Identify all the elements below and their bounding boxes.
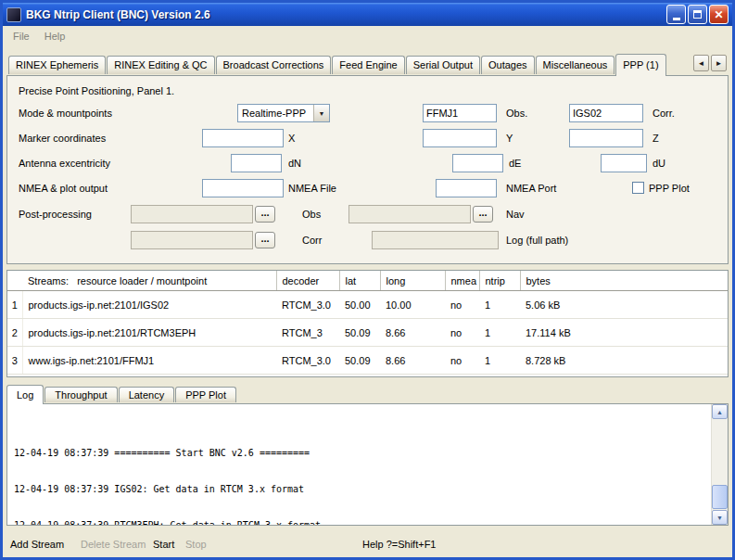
tab-latency[interactable]: Latency (119, 387, 175, 402)
main-tab-bar: RINEX Ephemeris RINEX Editing & QC Broad… (8, 51, 727, 75)
tab-throughput[interactable]: Throughput (44, 387, 117, 402)
row-number: 3 (7, 347, 22, 375)
col-header-long: long (380, 271, 445, 291)
tab-scroll-left-button[interactable]: ◄ (693, 55, 709, 71)
tab-log[interactable]: Log (6, 385, 44, 404)
minimize-button[interactable] (666, 5, 686, 24)
tab-feed-engine[interactable]: Feed Engine (332, 56, 404, 74)
nmea-port-input[interactable] (436, 179, 497, 197)
ppp-panel: Precise Point Positioning, Panel 1. Mode… (6, 75, 729, 264)
antenna-de-input[interactable] (452, 154, 503, 172)
tab-ppp-plot[interactable]: PPP Plot (175, 387, 236, 402)
cell-long: 8.66 (380, 347, 445, 375)
x-label: X (288, 133, 295, 144)
app-icon[interactable] (6, 7, 21, 22)
log-line: 12-04-19 08:37:39 ========== Start BNC v… (14, 447, 707, 459)
cell-nmea: no (445, 347, 479, 375)
scroll-up-icon[interactable]: ▲ (712, 404, 728, 419)
start-button[interactable]: Start (153, 539, 174, 550)
cell-long: 10.00 (380, 291, 445, 319)
cell-decoder: RTCM_3 (276, 319, 339, 347)
post-corr-browse-button[interactable]: ... (255, 232, 275, 248)
post-corr-label: Corr (302, 235, 322, 246)
add-stream-button[interactable]: Add Stream (10, 539, 64, 550)
corner-header (7, 271, 22, 291)
tab-broadcast-corrections[interactable]: Broadcast Corrections (216, 56, 332, 74)
streams-table: Streams: resource loader / mountpoint de… (6, 270, 729, 377)
ppp-mode-value: Realtime-PPP (238, 108, 313, 119)
log-panel: 12-04-19 08:37:39 ========== Start BNC v… (6, 403, 729, 526)
col-header-decoder: decoder (276, 271, 339, 291)
ppp-plot-checkbox[interactable] (632, 182, 644, 194)
stream-row[interactable]: 3 www.igs-ip.net:2101/FFMJ1 RTCM_3.0 50.… (7, 347, 728, 375)
tab-rinex-editing-qc[interactable]: RINEX Editing & QC (107, 56, 214, 74)
post-log-label: Log (full path) (506, 235, 568, 246)
antenna-du-input[interactable] (601, 154, 647, 172)
corr-label: Corr. (653, 108, 675, 119)
post-nav-browse-button[interactable]: ... (473, 206, 493, 223)
scroll-down-icon[interactable]: ▼ (712, 510, 728, 525)
ppp-mode-select[interactable]: Realtime-PPP ▼ (237, 104, 330, 122)
nmea-file-input[interactable] (202, 179, 284, 197)
tab-scroll-buttons: ◄ ► (693, 55, 727, 71)
menu-file[interactable]: File (6, 29, 37, 44)
log-scrollbar[interactable]: ▲ ▼ (711, 404, 728, 525)
cell-mountpoint: products.igs-ip.net:2101/RTCM3EPH (22, 319, 276, 347)
close-button[interactable]: ✕ (709, 5, 729, 24)
marker-x-input[interactable] (202, 129, 284, 147)
tab-ppp-1[interactable]: PPP (1) (615, 54, 665, 76)
marker-y-input[interactable] (423, 129, 497, 147)
post-obs-file-input (131, 205, 253, 223)
row-number: 1 (7, 291, 22, 319)
cell-mountpoint: www.igs-ip.net:2101/FFMJ1 (22, 347, 276, 375)
cell-decoder: RTCM_3.0 (276, 291, 339, 319)
marker-label: Marker coordinates (19, 133, 106, 144)
col-header-ntrip: ntrip (479, 271, 520, 291)
ppp-obs-mountpoint-input[interactable] (423, 104, 497, 122)
log-tab-bar: Log Throughput Latency PPP Plot (6, 384, 237, 403)
stop-button[interactable]: Stop (185, 539, 207, 550)
tab-scroll-right-button[interactable]: ► (711, 55, 727, 71)
help-hint: Help ?=Shift+F1 (362, 539, 437, 550)
cell-lat: 50.09 (339, 347, 380, 375)
cell-ntrip: 1 (479, 347, 520, 375)
title-bar[interactable]: BKG Ntrip Client (BNC) Version 2.6 ✕ (3, 3, 732, 26)
post-obs-label: Obs (302, 209, 321, 220)
post-obs-browse-button[interactable]: ... (255, 206, 275, 223)
nmea-port-label: NMEA Port (506, 183, 556, 194)
cell-long: 8.66 (380, 319, 445, 347)
log-content: 12-04-19 08:37:39 ========== Start BNC v… (7, 404, 711, 525)
menu-help[interactable]: Help (37, 29, 73, 44)
minimize-icon (673, 18, 680, 20)
post-corr-file-input (131, 231, 253, 249)
delete-stream-button[interactable]: Delete Stream (81, 539, 146, 550)
tab-outages[interactable]: Outages (481, 56, 535, 74)
log-line: 12-04-19 08:37:39 RTCM3EPH: Get data in … (14, 519, 707, 525)
ppp-corr-mountpoint-input[interactable] (569, 104, 643, 122)
tab-miscellaneous[interactable]: Miscellaneous (536, 56, 615, 74)
mode-label: Mode & mountpoints (19, 108, 112, 119)
marker-z-input[interactable] (569, 129, 643, 147)
cell-lat: 50.00 (339, 291, 380, 319)
cell-bytes: 5.06 kB (520, 291, 728, 319)
cell-bytes: 17.114 kB (520, 319, 728, 347)
antenna-dn-input[interactable] (231, 154, 282, 172)
col-header-mountpoint: Streams: resource loader / mountpoint (22, 271, 276, 291)
de-label: dE (509, 158, 521, 169)
antenna-label: Antenna excentricity (19, 158, 110, 169)
maximize-button[interactable] (688, 5, 707, 24)
scrollbar-thumb[interactable] (712, 485, 728, 509)
tab-serial-output[interactable]: Serial Output (406, 56, 480, 74)
z-label: Z (653, 133, 659, 144)
stream-row[interactable]: 2 products.igs-ip.net:2101/RTCM3EPH RTCM… (7, 319, 728, 347)
cell-mountpoint: products.igs-ip.net:2101/IGS02 (22, 291, 276, 319)
post-processing-label: Post-processing (19, 209, 92, 220)
cell-nmea: no (445, 291, 479, 319)
tab-rinex-ephemeris[interactable]: RINEX Ephemeris (8, 56, 106, 74)
col-header-lat: lat (339, 271, 380, 291)
ppp-plot-label: PPP Plot (649, 183, 690, 194)
bnc-window: BKG Ntrip Client (BNC) Version 2.6 ✕ Fil… (0, 0, 735, 560)
stream-row[interactable]: 1 products.igs-ip.net:2101/IGS02 RTCM_3.… (7, 291, 728, 319)
col-header-bytes: bytes (520, 271, 728, 291)
cell-decoder: RTCM_3.0 (276, 347, 339, 375)
